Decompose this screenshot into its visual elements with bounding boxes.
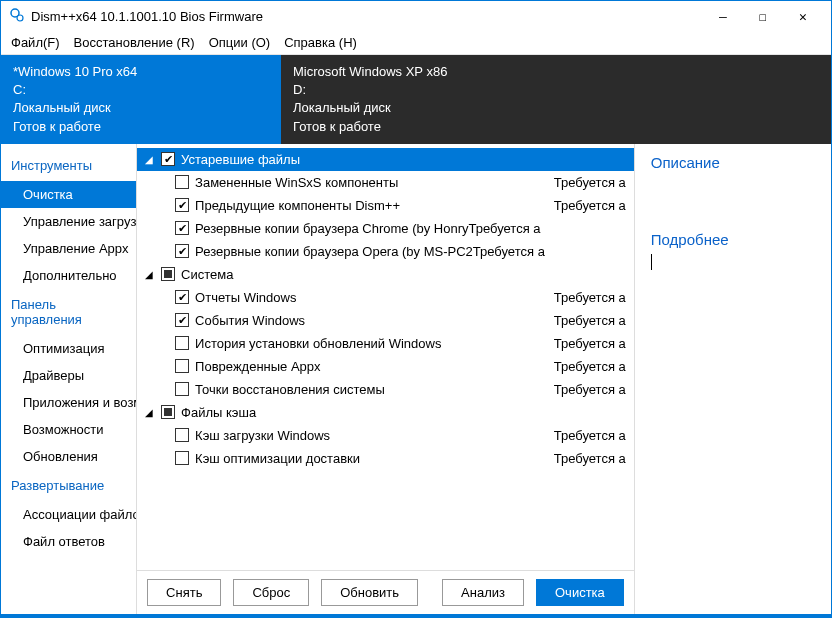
tree-item[interactable]: Резервные копии браузера Chrome (by Honr…: [137, 217, 634, 240]
menu-help[interactable]: Справка (H): [284, 35, 357, 50]
sidebar-item[interactable]: Дополнительно: [1, 262, 136, 289]
app-icon: [9, 7, 25, 26]
checkbox[interactable]: [161, 152, 175, 166]
checkbox[interactable]: [175, 290, 189, 304]
sidebar-item[interactable]: Возможности: [1, 416, 136, 443]
item-label: Поврежденные Appx: [195, 359, 548, 374]
tree-group[interactable]: ◢Файлы кэша: [137, 401, 634, 424]
description-heading: Описание: [651, 154, 815, 171]
checkbox[interactable]: [175, 198, 189, 212]
os-state: Готов к работе: [293, 118, 549, 136]
clean-button[interactable]: Очистка: [536, 579, 624, 606]
item-status: Требуется а: [554, 198, 626, 213]
tree-item[interactable]: Отчеты WindowsТребуется а: [137, 286, 634, 309]
tree-item[interactable]: Кэш оптимизации доставкиТребуется а: [137, 447, 634, 470]
tree-item[interactable]: Замененные WinSxS компонентыТребуется а: [137, 171, 634, 194]
close-button[interactable]: ✕: [783, 1, 823, 31]
sidebar-section-header: Панель управления: [1, 289, 136, 335]
sidebar-item[interactable]: Файл ответов: [1, 528, 136, 555]
item-label: Отчеты Windows: [195, 290, 548, 305]
expand-icon[interactable]: ◢: [145, 407, 155, 418]
checkbox[interactable]: [175, 244, 189, 258]
tree-item[interactable]: Поврежденные AppxТребуется а: [137, 355, 634, 378]
bottom-accent: [1, 614, 831, 618]
item-label: Замененные WinSxS компоненты: [195, 175, 548, 190]
text-cursor: [651, 254, 652, 270]
item-status: Требуется а: [554, 313, 626, 328]
os-inactive[interactable]: Microsoft Windows XP x86 D: Локальный ди…: [281, 55, 561, 144]
group-label: Устаревшие файлы: [181, 152, 300, 167]
tree-item[interactable]: Точки восстановления системыТребуется а: [137, 378, 634, 401]
checkbox[interactable]: [175, 175, 189, 189]
tree-group[interactable]: ◢Система: [137, 263, 634, 286]
os-drive: C:: [13, 81, 269, 99]
checkbox[interactable]: [175, 428, 189, 442]
tree-item[interactable]: История установки обновлений WindowsТреб…: [137, 332, 634, 355]
info-pane: Описание Подробнее: [635, 144, 831, 614]
sidebar-item[interactable]: Оптимизация: [1, 335, 136, 362]
cleanup-tree: ◢Устаревшие файлыЗамененные WinSxS компо…: [137, 144, 634, 570]
item-status: Требуется а: [554, 428, 626, 443]
uncheck-button[interactable]: Снять: [147, 579, 221, 606]
checkbox[interactable]: [175, 313, 189, 327]
titlebar: Dism++x64 10.1.1001.10 Bios Firmware — ☐…: [1, 1, 831, 31]
center-pane: ◢Устаревшие файлыЗамененные WinSxS компо…: [137, 144, 635, 614]
tree-item[interactable]: События WindowsТребуется а: [137, 309, 634, 332]
os-active[interactable]: *Windows 10 Pro x64 C: Локальный диск Го…: [1, 55, 281, 144]
sidebar-item[interactable]: Ассоциации файлов: [1, 501, 136, 528]
refresh-button[interactable]: Обновить: [321, 579, 418, 606]
sidebar: ИнструментыОчисткаУправление загрузкойУп…: [1, 144, 137, 614]
checkbox[interactable]: [175, 359, 189, 373]
maximize-button[interactable]: ☐: [743, 1, 783, 31]
item-label: Кэш оптимизации доставки: [195, 451, 548, 466]
checkbox[interactable]: [175, 221, 189, 235]
tree-item[interactable]: Предыдущие компоненты Dism++Требуется а: [137, 194, 634, 217]
window-title: Dism++x64 10.1.1001.10 Bios Firmware: [31, 9, 703, 24]
checkbox[interactable]: [175, 451, 189, 465]
menubar: Файл(F) Восстановление (R) Опции (O) Спр…: [1, 31, 831, 55]
analyze-button[interactable]: Анализ: [442, 579, 524, 606]
item-label: Резервные копии браузера Opera (by MS-PC…: [195, 244, 620, 259]
item-status: Требуется а: [554, 290, 626, 305]
expand-icon[interactable]: ◢: [145, 269, 155, 280]
menu-recovery[interactable]: Восстановление (R): [74, 35, 195, 50]
os-name: Microsoft Windows XP x86: [293, 63, 549, 81]
item-label: Кэш загрузки Windows: [195, 428, 548, 443]
os-filler: [561, 55, 831, 144]
item-status: Требуется а: [554, 382, 626, 397]
os-type: Локальный диск: [13, 99, 269, 117]
checkbox[interactable]: [161, 267, 175, 281]
sidebar-section-header: Инструменты: [1, 150, 136, 181]
sidebar-item[interactable]: Очистка: [1, 181, 136, 208]
os-name: *Windows 10 Pro x64: [13, 63, 269, 81]
sidebar-item[interactable]: Приложения и возможнос: [1, 389, 136, 416]
menu-options[interactable]: Опции (O): [209, 35, 271, 50]
os-selector: *Windows 10 Pro x64 C: Локальный диск Го…: [1, 55, 831, 144]
reset-button[interactable]: Сброс: [233, 579, 309, 606]
os-drive: D:: [293, 81, 549, 99]
checkbox[interactable]: [175, 336, 189, 350]
button-bar: Снять Сброс Обновить Анализ Очистка: [137, 570, 634, 614]
item-status: Требуется а: [554, 175, 626, 190]
sidebar-item[interactable]: Управление Appx: [1, 235, 136, 262]
tree-item[interactable]: Резервные копии браузера Opera (by MS-PC…: [137, 240, 634, 263]
minimize-button[interactable]: —: [703, 1, 743, 31]
tree-group[interactable]: ◢Устаревшие файлы: [137, 148, 634, 171]
checkbox[interactable]: [161, 405, 175, 419]
sidebar-item[interactable]: Драйверы: [1, 362, 136, 389]
tree-item[interactable]: Кэш загрузки WindowsТребуется а: [137, 424, 634, 447]
menu-file[interactable]: Файл(F): [11, 35, 60, 50]
item-label: События Windows: [195, 313, 548, 328]
sidebar-item[interactable]: Обновления: [1, 443, 136, 470]
group-label: Файлы кэша: [181, 405, 256, 420]
sidebar-section-header: Развертывание: [1, 470, 136, 501]
item-label: Резервные копии браузера Chrome (by Honr…: [195, 221, 620, 236]
sidebar-item[interactable]: Управление загрузкой: [1, 208, 136, 235]
item-label: Предыдущие компоненты Dism++: [195, 198, 548, 213]
group-label: Система: [181, 267, 233, 282]
checkbox[interactable]: [175, 382, 189, 396]
item-status: Требуется а: [554, 359, 626, 374]
svg-point-1: [17, 15, 23, 21]
item-status: Требуется а: [554, 336, 626, 351]
expand-icon[interactable]: ◢: [145, 154, 155, 165]
